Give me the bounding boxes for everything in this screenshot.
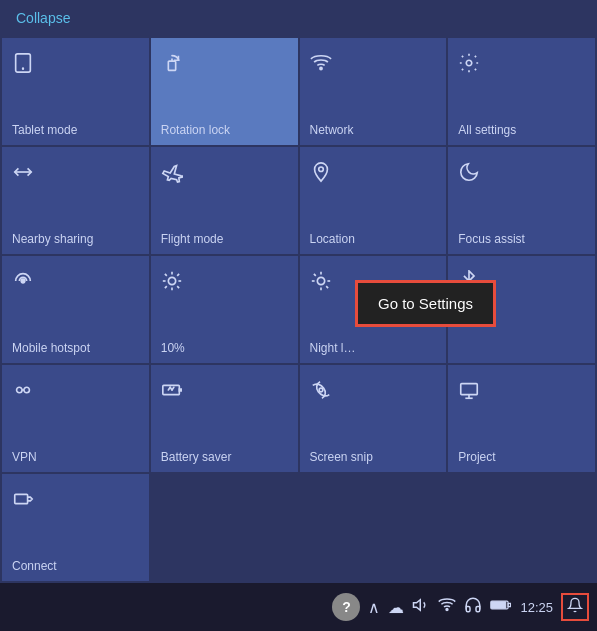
svg-line-21 bbox=[326, 286, 328, 288]
tile-focus-assist-label: Focus assist bbox=[458, 232, 525, 246]
taskbar-chevron-icon[interactable]: ∧ bbox=[368, 598, 380, 617]
tile-screen-snip-label: Screen snip bbox=[310, 450, 373, 464]
tile-all-settings[interactable]: All settings bbox=[448, 38, 595, 145]
taskbar-headphone-icon[interactable] bbox=[464, 596, 482, 618]
tile-nearby-sharing-label: Nearby sharing bbox=[12, 232, 93, 246]
screen-snip-icon bbox=[310, 379, 332, 406]
taskbar-wifi-icon[interactable] bbox=[438, 596, 456, 618]
tile-night-light-label: Night l… bbox=[310, 341, 356, 355]
action-center-taskbar-button[interactable] bbox=[561, 593, 589, 621]
svg-point-31 bbox=[319, 388, 323, 392]
tile-rotation-lock[interactable]: Rotation lock bbox=[151, 38, 298, 145]
svg-rect-39 bbox=[492, 602, 506, 608]
mobile-hotspot-icon bbox=[12, 270, 34, 297]
battery-saver-icon bbox=[161, 379, 183, 406]
tile-connect[interactable]: Connect bbox=[2, 474, 149, 581]
network-icon bbox=[310, 52, 332, 79]
tile-network-label: Network bbox=[310, 123, 354, 137]
tile-tablet-mode-label: Tablet mode bbox=[12, 123, 77, 137]
tile-battery-saver[interactable]: Battery saver bbox=[151, 365, 298, 472]
night-light-icon bbox=[310, 270, 332, 297]
svg-line-15 bbox=[165, 286, 167, 288]
svg-point-37 bbox=[447, 609, 449, 611]
focus-assist-icon bbox=[458, 161, 480, 188]
svg-point-8 bbox=[168, 277, 175, 284]
tile-network[interactable]: Network bbox=[300, 38, 447, 145]
taskbar-onedrive-icon[interactable]: ☁ bbox=[388, 598, 404, 617]
tile-project[interactable]: Project bbox=[448, 365, 595, 472]
tile-focus-assist[interactable]: Focus assist bbox=[448, 147, 595, 254]
tile-flight-mode-label: Flight mode bbox=[161, 232, 224, 246]
svg-point-17 bbox=[317, 277, 324, 284]
taskbar: ? ∧ ☁ 12:25 bbox=[0, 583, 597, 631]
tile-nearby-sharing[interactable]: Nearby sharing bbox=[2, 147, 149, 254]
taskbar-help-icon[interactable]: ? bbox=[332, 593, 360, 621]
tile-brightness-label: 10% bbox=[161, 341, 185, 355]
tile-all-settings-label: All settings bbox=[458, 123, 516, 137]
tablet-mode-icon bbox=[12, 52, 34, 79]
svg-line-16 bbox=[177, 274, 179, 276]
goto-settings-button[interactable]: Go to Settings bbox=[355, 280, 496, 327]
tile-mobile-hotspot-label: Mobile hotspot bbox=[12, 341, 90, 355]
tile-vpn-label: VPN bbox=[12, 450, 37, 464]
quick-actions-grid: Tablet mode Rotation lock bbox=[0, 36, 597, 583]
empty-tile-2 bbox=[300, 474, 447, 581]
vpn-icon bbox=[12, 379, 34, 406]
empty-tile-1 bbox=[151, 474, 298, 581]
connect-icon bbox=[12, 488, 34, 515]
tile-screen-snip[interactable]: Screen snip bbox=[300, 365, 447, 472]
tile-mobile-hotspot[interactable]: Mobile hotspot bbox=[2, 256, 149, 363]
collapse-bar[interactable]: Collapse bbox=[0, 0, 597, 36]
taskbar-speaker-icon[interactable] bbox=[412, 596, 430, 618]
svg-point-25 bbox=[24, 387, 29, 393]
taskbar-battery-icon[interactable] bbox=[490, 598, 512, 616]
tile-flight-mode[interactable]: Flight mode bbox=[151, 147, 298, 254]
location-icon bbox=[310, 161, 332, 188]
tile-project-label: Project bbox=[458, 450, 495, 464]
tile-brightness[interactable]: 10% bbox=[151, 256, 298, 363]
svg-point-4 bbox=[467, 60, 473, 66]
tile-vpn[interactable]: VPN bbox=[2, 365, 149, 472]
svg-marker-36 bbox=[414, 600, 421, 611]
flight-mode-icon bbox=[161, 161, 183, 188]
empty-tile-3 bbox=[448, 474, 595, 581]
svg-point-6 bbox=[318, 167, 323, 172]
nearby-sharing-icon bbox=[12, 161, 34, 188]
svg-rect-32 bbox=[461, 384, 478, 395]
rotation-lock-icon bbox=[161, 52, 183, 79]
svg-point-3 bbox=[319, 67, 321, 69]
taskbar-time[interactable]: 12:25 bbox=[520, 600, 553, 615]
svg-point-7 bbox=[21, 279, 25, 283]
svg-line-30 bbox=[172, 387, 174, 390]
all-settings-icon bbox=[458, 52, 480, 79]
action-center: Collapse Tablet mode Rotation bbox=[0, 0, 597, 583]
project-icon bbox=[458, 379, 480, 406]
tile-location-label: Location bbox=[310, 232, 355, 246]
tile-connect-label: Connect bbox=[12, 559, 57, 573]
tile-location[interactable]: Location bbox=[300, 147, 447, 254]
svg-rect-35 bbox=[15, 494, 28, 503]
svg-line-12 bbox=[177, 286, 179, 288]
svg-line-11 bbox=[165, 274, 167, 276]
tile-tablet-mode[interactable]: Tablet mode bbox=[2, 38, 149, 145]
svg-rect-2 bbox=[168, 61, 175, 70]
svg-point-24 bbox=[17, 387, 22, 393]
tile-rotation-lock-label: Rotation lock bbox=[161, 123, 230, 137]
tile-battery-saver-label: Battery saver bbox=[161, 450, 232, 464]
brightness-icon bbox=[161, 270, 183, 297]
svg-line-20 bbox=[313, 274, 315, 276]
